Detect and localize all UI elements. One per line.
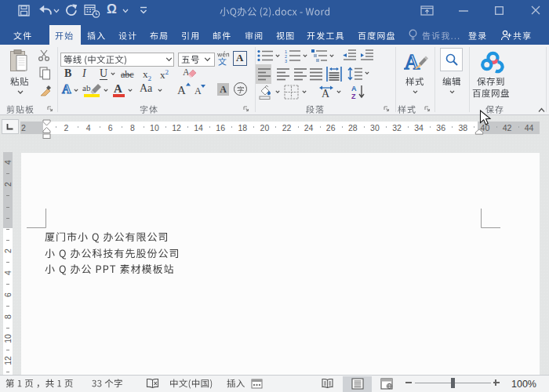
svg-text:3: 3 xyxy=(285,59,287,64)
svg-text:A: A xyxy=(404,49,420,74)
svg-text:Z: Z xyxy=(351,93,356,100)
svg-text:A: A xyxy=(351,85,357,93)
svg-text:A: A xyxy=(195,85,202,96)
svg-text:A: A xyxy=(114,82,122,95)
svg-text:A: A xyxy=(183,67,190,78)
svg-text:A: A xyxy=(322,88,330,100)
svg-text:A: A xyxy=(177,84,186,96)
svg-text:ab: ab xyxy=(82,83,91,93)
